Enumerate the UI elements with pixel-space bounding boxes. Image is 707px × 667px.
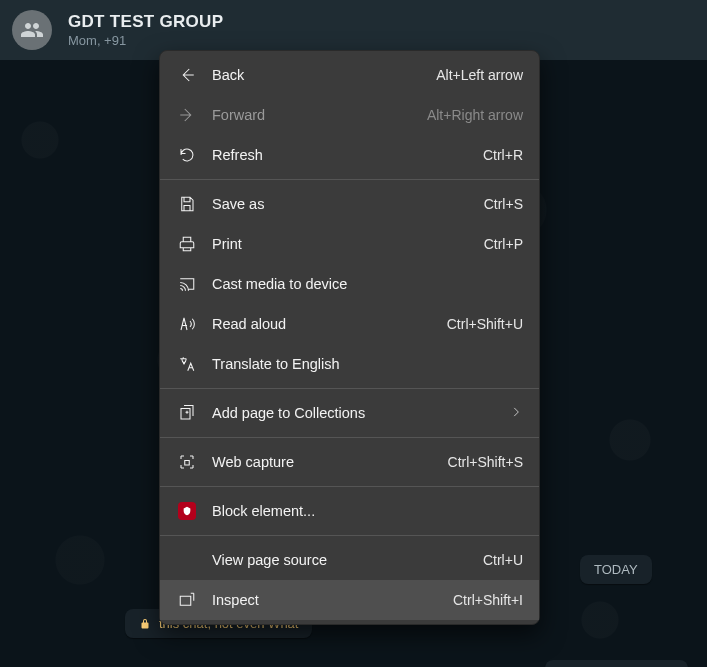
ctx-forward-label: Forward [212,107,427,123]
ctx-read-aloud-label: Read aloud [212,316,447,332]
arrow-right-icon [176,105,198,125]
ctx-inspect-label: Inspect [212,592,453,608]
cast-icon [176,274,198,294]
ctx-print[interactable]: Print Ctrl+P [160,224,539,264]
ctx-refresh[interactable]: Refresh Ctrl+R [160,135,539,175]
inspect-icon [176,590,198,610]
ctx-translate-label: Translate to English [212,356,523,372]
ctx-read-aloud[interactable]: Read aloud Ctrl+Shift+U [160,304,539,344]
chevron-right-icon [509,405,523,422]
web-capture-icon [176,452,198,472]
ctx-cast[interactable]: Cast media to device [160,264,539,304]
ctx-cast-label: Cast media to device [212,276,523,292]
refresh-icon [176,145,198,165]
ctx-inspect-shortcut: Ctrl+Shift+I [453,592,523,608]
group-avatar[interactable] [12,10,52,50]
date-pill: TODAY [580,555,652,584]
ctx-save-as[interactable]: Save as Ctrl+S [160,184,539,224]
ublock-icon [176,501,198,521]
ctx-collections-label: Add page to Collections [212,405,509,421]
ctx-separator [160,535,539,536]
ctx-view-source[interactable]: View page source Ctrl+U [160,540,539,580]
group-created-notice: u created this group [545,660,688,667]
translate-icon [176,354,198,374]
ctx-separator [160,437,539,438]
group-icon [20,18,44,42]
chat-title: GDT TEST GROUP [68,12,223,32]
ctx-forward: Forward Alt+Right arrow [160,95,539,135]
browser-context-menu: Back Alt+Left arrow Forward Alt+Right ar… [159,50,540,625]
ctx-separator [160,486,539,487]
ctx-forward-shortcut: Alt+Right arrow [427,107,523,123]
ctx-block-element[interactable]: Block element... [160,491,539,531]
ctx-view-source-shortcut: Ctrl+U [483,552,523,568]
ctx-web-capture[interactable]: Web capture Ctrl+Shift+S [160,442,539,482]
blank-icon [176,550,198,570]
lock-icon [139,618,151,630]
ctx-back-shortcut: Alt+Left arrow [436,67,523,83]
ctx-separator [160,388,539,389]
ctx-separator [160,179,539,180]
ctx-view-source-label: View page source [212,552,483,568]
read-aloud-icon [176,314,198,334]
chat-title-block[interactable]: GDT TEST GROUP Mom, +91 [68,12,223,48]
ctx-read-aloud-shortcut: Ctrl+Shift+U [447,316,523,332]
chat-subtitle: Mom, +91 [68,33,223,48]
arrow-left-icon [176,65,198,85]
ctx-save-as-shortcut: Ctrl+S [484,196,523,212]
ctx-print-shortcut: Ctrl+P [484,236,523,252]
print-icon [176,234,198,254]
ctx-save-as-label: Save as [212,196,484,212]
ctx-web-capture-shortcut: Ctrl+Shift+S [448,454,523,470]
ctx-back[interactable]: Back Alt+Left arrow [160,55,539,95]
ctx-print-label: Print [212,236,484,252]
ctx-inspect[interactable]: Inspect Ctrl+Shift+I [160,580,539,620]
ctx-refresh-label: Refresh [212,147,483,163]
collections-icon [176,403,198,423]
ctx-refresh-shortcut: Ctrl+R [483,147,523,163]
date-pill-label: TODAY [594,562,638,577]
ctx-collections[interactable]: Add page to Collections [160,393,539,433]
ctx-web-capture-label: Web capture [212,454,448,470]
ctx-back-label: Back [212,67,436,83]
ctx-translate[interactable]: Translate to English [160,344,539,384]
save-icon [176,194,198,214]
ctx-block-element-label: Block element... [212,503,523,519]
